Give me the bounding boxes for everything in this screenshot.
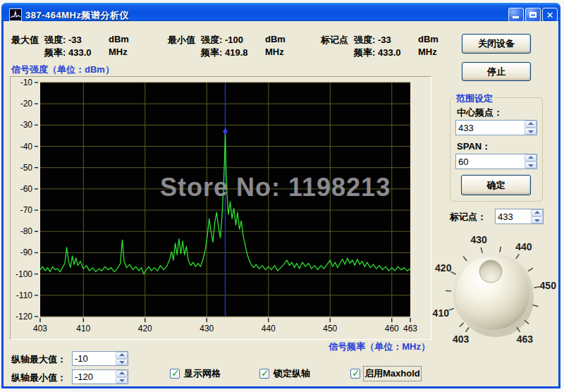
- y-min-spinner[interactable]: [72, 369, 128, 384]
- close-icon: ✕: [546, 11, 554, 20]
- y-max-spinner[interactable]: [72, 351, 128, 366]
- span-spinner[interactable]: [455, 154, 537, 169]
- app-icon: [9, 8, 22, 21]
- svg-text:410: 410: [433, 307, 450, 319]
- y-max-up-button[interactable]: [116, 352, 128, 359]
- svg-text:-40: -40: [20, 142, 33, 152]
- center-freq-label: 中心频点：: [457, 106, 503, 119]
- svg-text:463: 463: [517, 333, 534, 345]
- show-grid-checkbox-label: 显示网格: [184, 367, 221, 380]
- window-title: 387-464MHz频谱分析仪: [25, 9, 129, 22]
- svg-text:-110: -110: [16, 290, 32, 300]
- svg-text:-90: -90: [20, 247, 33, 257]
- readout-min-freq: 频率: 419.8: [201, 47, 248, 59]
- maximize-button[interactable]: [525, 8, 541, 22]
- svg-text:-60: -60: [20, 184, 33, 194]
- svg-text:-70: -70: [20, 205, 33, 215]
- svg-text:-20: -20: [20, 99, 33, 109]
- show-grid-checkbox[interactable]: 显示网格: [170, 367, 221, 380]
- center-freq-up-button[interactable]: [525, 121, 537, 128]
- svg-text:403: 403: [33, 324, 47, 333]
- svg-text:430: 430: [200, 324, 214, 333]
- marker-up-button[interactable]: [531, 209, 543, 216]
- marker-point-spinner[interactable]: [495, 209, 544, 224]
- y-max-input[interactable]: [73, 352, 116, 365]
- svg-text:-100: -100: [16, 269, 32, 279]
- svg-text:450: 450: [540, 280, 557, 291]
- knob-indicator-dimple: [479, 260, 502, 283]
- enable-maxhold-checkbox-box[interactable]: [350, 369, 360, 379]
- readout-min-name: 最小值: [168, 34, 195, 47]
- lock-y-axis-checkbox-label: 锁定纵轴: [274, 367, 310, 380]
- close-device-button[interactable]: 关闭设备: [462, 34, 531, 54]
- range-group-title: 范围设定: [454, 92, 495, 105]
- readout-min-freq-unit: MHz: [265, 47, 284, 57]
- center-freq-down-button[interactable]: [525, 128, 537, 135]
- svg-text:420: 420: [435, 262, 452, 274]
- svg-text:-120: -120: [16, 312, 32, 321]
- span-up-button[interactable]: [525, 154, 537, 161]
- enable-maxhold-checkbox[interactable]: 启用Maxhold: [350, 367, 420, 380]
- screenshot-root: 387-464MHz频谱分析仪 ✕ 最大值 强度: -33 dBm 频率: 43…: [0, 0, 564, 392]
- svg-text:460: 460: [385, 324, 399, 333]
- readout-max-name: 最大值: [11, 34, 39, 47]
- lock-y-axis-checkbox-box[interactable]: [259, 369, 269, 379]
- readout-marker-freq: 频率: 433.0: [354, 47, 401, 59]
- readout-max-freq: 频率: 433.0: [44, 47, 92, 59]
- readout-max-strength-unit: dBm: [109, 34, 129, 44]
- svg-text:430: 430: [471, 234, 488, 245]
- stop-button[interactable]: 停止: [462, 62, 531, 81]
- span-input[interactable]: [456, 154, 525, 169]
- frequency-knob[interactable]: 403410420430440450463: [422, 223, 563, 364]
- y-axis-title: 信号强度（单位：dBm）: [11, 63, 114, 76]
- marker-point-label: 标记点：: [450, 211, 486, 223]
- readout-marker-freq-unit: MHz: [418, 47, 437, 57]
- y-max-label: 纵轴最大值：: [11, 353, 66, 366]
- spectrum-chart: -10-20-30-40-50-60-70-80-90-100-110-1204…: [11, 77, 431, 339]
- spectrum-chart-panel: -10-20-30-40-50-60-70-80-90-100-110-1204…: [10, 76, 431, 340]
- readout-marker-strength-unit: dBm: [418, 34, 439, 44]
- readout-min-strength: 强度: -100: [201, 34, 243, 47]
- lock-y-axis-checkbox[interactable]: 锁定纵轴: [259, 367, 310, 380]
- span-down-button[interactable]: [525, 161, 537, 169]
- readout-min-strength-unit: dBm: [265, 34, 286, 44]
- y-max-down-button[interactable]: [116, 359, 128, 366]
- x-axis-title: 信号频率（单位：MHz）: [296, 341, 430, 353]
- readout-max-freq-unit: MHz: [109, 47, 128, 57]
- center-freq-spinner[interactable]: [455, 120, 537, 135]
- svg-text:440: 440: [515, 241, 532, 252]
- enable-maxhold-checkbox-label: 启用Maxhold: [364, 367, 420, 380]
- close-button[interactable]: ✕: [542, 8, 558, 22]
- svg-text:-30: -30: [20, 120, 33, 130]
- minimize-button[interactable]: [508, 8, 524, 22]
- svg-text:403: 403: [453, 333, 470, 345]
- svg-text:463: 463: [403, 324, 417, 333]
- svg-text:410: 410: [76, 324, 90, 333]
- svg-text:450: 450: [323, 324, 337, 333]
- minimize-icon: [513, 16, 519, 18]
- center-freq-input[interactable]: [456, 121, 525, 135]
- svg-text:-80: -80: [20, 226, 33, 236]
- readout-marker-strength: 强度: -33: [354, 34, 391, 47]
- y-min-up-button[interactable]: [116, 370, 128, 377]
- ok-button[interactable]: 确定: [461, 175, 531, 195]
- readout-max-strength: 强度: -33: [44, 34, 82, 47]
- marker-point-input[interactable]: [496, 209, 531, 223]
- y-min-label: 纵轴最小值：: [11, 372, 66, 384]
- show-grid-checkbox-box[interactable]: [170, 369, 180, 379]
- svg-text:420: 420: [138, 324, 152, 333]
- maximize-icon: [529, 12, 537, 18]
- frequency-knob-dial[interactable]: 403410420430440450463: [422, 223, 563, 364]
- y-min-input[interactable]: [73, 370, 116, 384]
- span-label: SPAN：: [457, 140, 491, 153]
- svg-text:-50: -50: [20, 163, 33, 173]
- title-bar[interactable]: 387-464MHz频谱分析仪 ✕: [1, 3, 560, 21]
- watermark: Store No: 1198213: [160, 173, 391, 202]
- svg-text:440: 440: [262, 324, 276, 333]
- readout-marker-name: 标记点: [321, 34, 348, 47]
- y-min-down-button[interactable]: [116, 377, 128, 384]
- svg-text:-10: -10: [20, 78, 33, 87]
